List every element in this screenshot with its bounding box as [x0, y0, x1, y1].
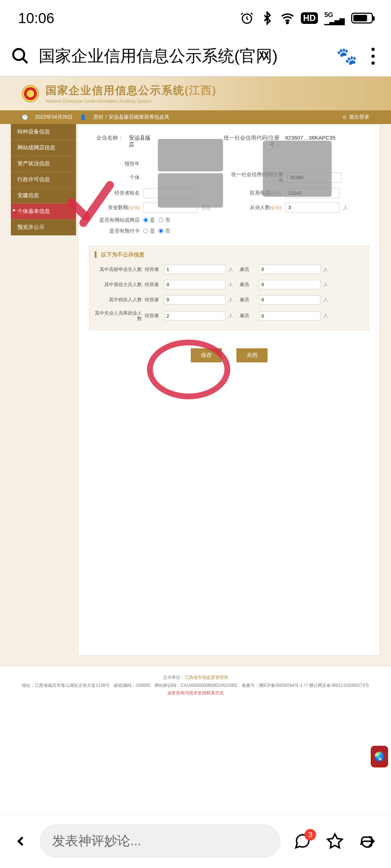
website-no-radio[interactable]: 否 [159, 217, 170, 224]
bottom-nav: 发表神评妙论... 3 [0, 814, 391, 868]
more-menu-icon[interactable] [366, 48, 380, 65]
logout-button[interactable]: ⎘退出登录 [343, 114, 369, 120]
gov-float-icon[interactable]: 🌏 [371, 746, 388, 767]
personnel-row-2: 其中残疾人人数经营者人雇员人 [95, 292, 363, 307]
share-icon[interactable] [357, 833, 378, 850]
page-title[interactable]: 国家企业信用信息公示系统(官网) [39, 45, 327, 67]
signal-5g: 5G▁▃▅▇ [324, 12, 345, 25]
page-content: 国家企业信用信息公示系统(江西) National Enterprise Cre… [0, 76, 391, 705]
status-icons: HD 5G▁▃▅▇ [240, 11, 373, 25]
comment-input[interactable]: 发表神评妙论... [39, 824, 281, 858]
site-subtitle: National Enterprise Credit Information P… [46, 99, 216, 104]
sidebar-item-5[interactable]: 个体基本信息 [11, 204, 76, 220]
bluetooth-icon [260, 11, 274, 25]
search-icon[interactable] [11, 47, 30, 65]
favorite-icon[interactable] [324, 833, 346, 850]
site-title: 国家企业信用信息公示系统(江西) [46, 83, 216, 98]
nonpublic-section: 以下为不公示信息 其中高校毕业生人数经营者人雇员人其中退役士兵人数经营者人雇员人… [89, 246, 369, 330]
hire-input-2[interactable] [259, 295, 320, 305]
status-time: 10:06 [18, 10, 54, 26]
hd-badge: HD [301, 12, 318, 24]
sidebar-item-1[interactable]: 网站或网店信息 [11, 140, 76, 156]
form-panel: 企业名称： 安远县版店 统一社会信用代码/注册号： 923607…38KAPC3… [78, 124, 380, 656]
national-emblem-icon [22, 85, 39, 102]
date-display: 2022年04月26日 [35, 114, 73, 120]
employee-count-input[interactable] [285, 203, 340, 213]
comment-badge: 3 [304, 829, 316, 841]
svg-point-2 [13, 49, 24, 60]
operator-input-1[interactable] [164, 280, 226, 289]
sidebar: 特种设备信息网站或网店信息资产状况信息行政许可信息党建信息个体基本信息预览并公示 [11, 124, 76, 656]
wifi-icon [281, 11, 294, 25]
personnel-row-1: 其中退役士兵人数经营者人雇员人 [95, 277, 363, 292]
operator-input-2[interactable] [164, 295, 226, 305]
sidebar-item-0[interactable]: 特种设备信息 [11, 124, 76, 140]
info-bar: 🕐2022年04月26日 👤您好！安远县版石镇萱荷香包皮具 ⎘退出登录 [0, 110, 391, 124]
comments-icon[interactable]: 3 [291, 833, 313, 850]
website-yes-radio[interactable]: 是 [143, 217, 155, 224]
status-bar: 10:06 HD 5G▁▃▅▇ [0, 0, 391, 36]
personnel-row-3: 其中失业人员再就业人数经营者人雇员人 [95, 307, 363, 324]
footer: 主办单位：江西省市场监督管理局 地址：江西省南昌市青山湖区京东大道1139号 邮… [0, 667, 391, 705]
operator-input-0[interactable] [164, 265, 226, 274]
site-header: 国家企业信用信息公示系统(江西) National Enterprise Cre… [0, 77, 391, 110]
sidebar-item-6[interactable]: 预览并公示 [11, 220, 76, 235]
close-button[interactable]: 关闭 [236, 348, 268, 362]
hire-input-3[interactable] [259, 311, 320, 320]
sidebar-item-2[interactable]: 资产状况信息 [11, 156, 76, 172]
hire-input-0[interactable] [259, 265, 320, 274]
svg-point-1 [287, 22, 289, 24]
company-name-label: 企业名称： [89, 135, 123, 148]
prepaid-yes-radio[interactable]: 是 [143, 228, 155, 234]
prepaid-no-radio[interactable]: 否 [159, 228, 170, 234]
personnel-row-0: 其中高校毕业生人数经营者人雇员人 [95, 262, 363, 277]
operator-input-3[interactable] [164, 311, 226, 320]
browser-bar: 国家企业信用信息公示系统(官网) 🐾 [0, 36, 391, 76]
battery-icon [351, 13, 373, 24]
sidebar-item-4[interactable]: 党建信息 [11, 188, 76, 204]
nonpublic-heading: 以下为不公示信息 [95, 251, 363, 262]
alarm-icon [240, 11, 254, 25]
hire-input-1[interactable] [259, 280, 320, 289]
save-button[interactable]: 保存 [191, 348, 222, 362]
user-greeting: 您好！安远县版石镇萱荷香包皮具 [93, 114, 169, 120]
sidebar-item-3[interactable]: 行政许可信息 [11, 172, 76, 188]
baidu-paw-icon[interactable]: 🐾 [336, 46, 357, 66]
back-icon[interactable] [13, 833, 29, 849]
